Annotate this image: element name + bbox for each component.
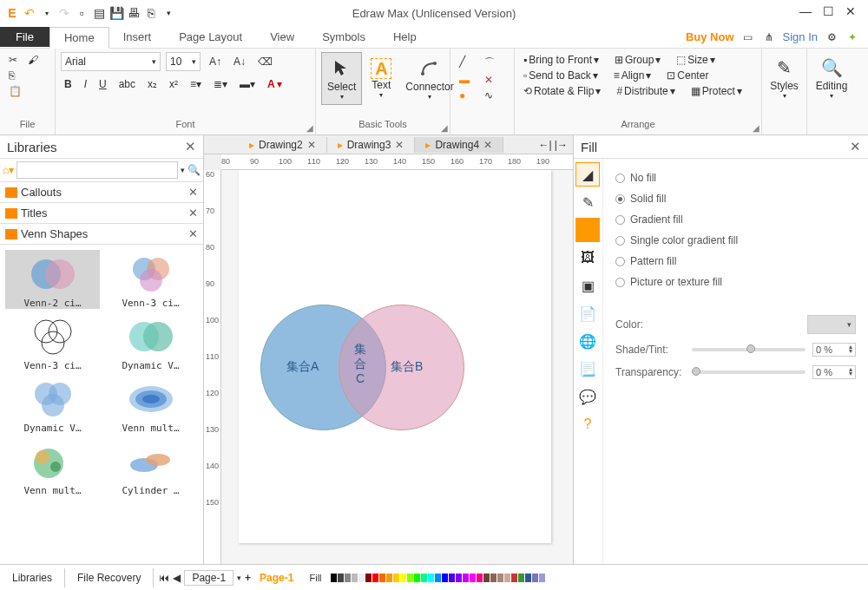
transparency-slider[interactable] bbox=[692, 370, 806, 374]
minimize-icon[interactable]: — bbox=[799, 4, 812, 18]
fill-picture[interactable]: Picture or texture fill bbox=[615, 272, 856, 292]
underline-button[interactable]: U bbox=[95, 76, 110, 92]
bring-front-button[interactable]: ▪ Bring to Front ▾ bbox=[520, 52, 602, 68]
tab-view[interactable]: View bbox=[256, 27, 308, 47]
numbering-button[interactable]: ≣▾ bbox=[210, 76, 231, 92]
venn-label-a[interactable]: 集合A bbox=[286, 359, 319, 375]
curve-tool[interactable]: ∿ bbox=[484, 89, 506, 102]
close-icon[interactable]: ✕ bbox=[844, 4, 858, 18]
shape-cylinder[interactable]: Cylinder … bbox=[103, 437, 198, 496]
shape-dynamic-v2[interactable]: Dynamic V… bbox=[5, 375, 100, 434]
group-button[interactable]: ⊞ Group ▾ bbox=[611, 52, 664, 68]
font-name-select[interactable]: Arial▾ bbox=[61, 52, 161, 71]
search-icon[interactable]: 🔍 bbox=[187, 164, 201, 176]
font-size-select[interactable]: 10▾ bbox=[166, 52, 201, 71]
redo-icon[interactable]: ↷ bbox=[56, 5, 72, 21]
transparency-value[interactable]: 0 %▴▾ bbox=[812, 365, 856, 379]
shape-venn3-color[interactable]: Venn-3 ci… bbox=[103, 250, 198, 309]
library-search-input[interactable] bbox=[16, 161, 178, 179]
new-icon[interactable]: ▫ bbox=[74, 5, 89, 21]
add-page-icon[interactable]: + bbox=[245, 572, 251, 584]
doc-tab-3[interactable]: ▸Drawing4✕ bbox=[415, 137, 503, 153]
send-back-button[interactable]: ▫ Send to Back ▾ bbox=[520, 68, 602, 83]
home-icon[interactable]: ⌂▾ bbox=[3, 164, 14, 176]
fill-solid[interactable]: Solid fill bbox=[615, 188, 856, 209]
shape-venn-mult2[interactable]: Venn mult… bbox=[5, 437, 100, 496]
tab-symbols[interactable]: Symbols bbox=[308, 27, 379, 47]
strike-button[interactable]: abc bbox=[115, 76, 139, 92]
page-props-icon[interactable]: 📃 bbox=[575, 357, 600, 381]
export-icon[interactable]: ⎘ bbox=[143, 5, 159, 21]
tab-help[interactable]: Help bbox=[379, 27, 431, 47]
section-titles[interactable]: Titles✕ bbox=[0, 203, 203, 224]
doc-tab-2[interactable]: ▸Drawing3✕ bbox=[327, 137, 416, 153]
select-tool[interactable]: Select▾ bbox=[321, 52, 362, 105]
rect-tool[interactable]: ▬ bbox=[459, 74, 481, 86]
fill-bucket-icon[interactable]: ◢ bbox=[575, 162, 600, 187]
shade-slider[interactable] bbox=[692, 348, 806, 351]
comment-icon[interactable]: 💬 bbox=[575, 384, 600, 409]
superscript-button[interactable]: x² bbox=[166, 76, 181, 92]
sign-in-link[interactable]: Sign In bbox=[783, 30, 818, 43]
size-button[interactable]: ⬚ Size ▾ bbox=[673, 52, 718, 68]
distribute-button[interactable]: # Distribute ▾ bbox=[613, 83, 678, 99]
open-icon[interactable]: ▤ bbox=[91, 5, 107, 21]
globe-icon[interactable]: 🌐 bbox=[575, 329, 600, 353]
tab-nav-icons[interactable]: ←| |→ bbox=[533, 139, 573, 151]
page-first-icon[interactable]: ⏮ bbox=[159, 572, 169, 584]
help-icon[interactable]: ? bbox=[575, 412, 600, 436]
file-menu[interactable]: File bbox=[0, 27, 49, 47]
bottom-tab-recovery[interactable]: File Recovery bbox=[65, 568, 154, 587]
page-current[interactable]: Page-1 bbox=[260, 572, 293, 584]
tools-dialog-launcher[interactable]: ◢ bbox=[441, 123, 448, 133]
ellipse-tool[interactable]: ● bbox=[459, 89, 481, 102]
page-label[interactable]: Page-1 bbox=[184, 570, 233, 586]
line-style-icon[interactable]: ✎ bbox=[575, 190, 600, 214]
text-tool[interactable]: A Text▾ bbox=[365, 55, 397, 102]
tab-insert[interactable]: Insert bbox=[109, 27, 166, 47]
copy-icon[interactable]: ⎘ bbox=[5, 68, 18, 83]
editing-button[interactable]: 🔍 Editing▾ bbox=[812, 52, 851, 103]
maximize-icon[interactable]: ☐ bbox=[821, 4, 835, 18]
fill-gradient[interactable]: Gradient fill bbox=[615, 209, 856, 230]
picture-icon[interactable]: 🖼 bbox=[575, 246, 600, 270]
protect-button[interactable]: ▦ Protect ▾ bbox=[687, 83, 746, 99]
card-icon[interactable]: ▭ bbox=[741, 30, 755, 44]
fill-pattern[interactable]: Pattern fill bbox=[615, 251, 856, 272]
arc-tool[interactable]: ⌒ bbox=[484, 56, 506, 70]
align-button[interactable]: ≡ Align ▾ bbox=[610, 68, 655, 83]
decrease-font-icon[interactable]: A↓ bbox=[230, 54, 249, 69]
buy-now-link[interactable]: Buy Now bbox=[686, 30, 734, 43]
print-icon[interactable]: 🖶 bbox=[126, 5, 141, 21]
center-button[interactable]: ⊡ Center bbox=[663, 68, 712, 83]
canvas[interactable]: 集合A 集合B 集 合 C bbox=[221, 170, 573, 564]
section-venn[interactable]: Venn Shapes✕ bbox=[0, 224, 203, 245]
arrange-dialog-launcher[interactable]: ◢ bbox=[753, 123, 760, 133]
layer-icon[interactable]: ▣ bbox=[575, 273, 600, 298]
undo-icon[interactable]: ↶ bbox=[22, 5, 37, 21]
qat-dropdown-icon[interactable]: ▾ bbox=[161, 5, 176, 21]
tab-page-layout[interactable]: Page Layout bbox=[165, 27, 256, 47]
increase-font-icon[interactable]: A↑ bbox=[206, 54, 225, 69]
line-tool[interactable]: ╱ bbox=[459, 56, 481, 70]
cut-icon[interactable]: ✂ bbox=[5, 52, 21, 68]
color-palette[interactable] bbox=[331, 572, 545, 584]
share-icon[interactable]: ⋔ bbox=[762, 30, 776, 44]
highlight-button[interactable]: ▬▾ bbox=[236, 76, 259, 92]
bold-button[interactable]: B bbox=[61, 76, 76, 92]
color-select[interactable]: ▾ bbox=[807, 315, 856, 334]
bottom-tab-libraries[interactable]: Libraries bbox=[0, 568, 65, 587]
font-dialog-launcher[interactable]: ◢ bbox=[306, 123, 313, 133]
fill-single-gradient[interactable]: Single color gradient fill bbox=[615, 230, 856, 251]
venn-label-b[interactable]: 集合B bbox=[391, 359, 423, 375]
italic-button[interactable]: I bbox=[81, 76, 90, 92]
font-color-button[interactable]: A▾ bbox=[264, 76, 286, 92]
fill-none[interactable]: No fill bbox=[615, 167, 856, 188]
delete-tool[interactable]: ✕ bbox=[484, 74, 506, 86]
styles-button[interactable]: ✎ Styles▾ bbox=[767, 52, 801, 103]
shape-venn-mult1[interactable]: Venn mult… bbox=[103, 375, 198, 434]
section-callouts[interactable]: Callouts✕ bbox=[0, 182, 203, 203]
bullets-button[interactable]: ≡▾ bbox=[187, 76, 205, 92]
shape-venn2[interactable]: Venn-2 ci… bbox=[5, 250, 100, 309]
save-icon[interactable]: 💾 bbox=[108, 5, 124, 21]
